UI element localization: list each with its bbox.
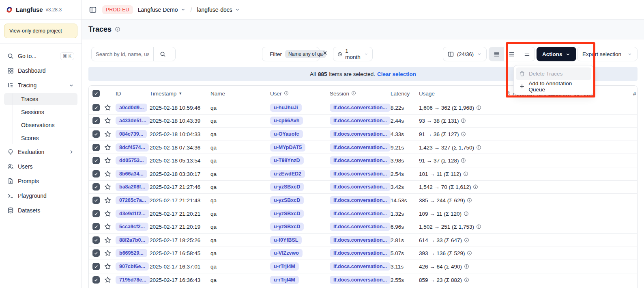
user-badge[interactable]: u-yzSBxcD bbox=[270, 223, 304, 231]
session-badge[interactable]: lf.docs.conversation... bbox=[330, 249, 391, 257]
user-badge[interactable]: u-rTrjI4M bbox=[270, 276, 299, 284]
trace-id-badge[interactable]: d3e9d1f2... bbox=[116, 210, 149, 218]
sidebar-item-sessions[interactable]: Sessions bbox=[4, 106, 77, 118]
sidebar-item-playground[interactable]: Playground bbox=[4, 189, 77, 203]
row-height-medium-button[interactable] bbox=[504, 47, 519, 61]
search-input[interactable] bbox=[92, 51, 153, 57]
session-badge[interactable]: lf.docs.conversation... bbox=[330, 210, 391, 218]
session-badge[interactable]: lf.docs.conversation... bbox=[330, 170, 391, 178]
session-badge[interactable]: lf.docs.conversation... bbox=[330, 236, 391, 244]
trace-id-badge[interactable]: 5cca9cf2... bbox=[116, 223, 148, 231]
user-badge[interactable]: u-huJhuJi bbox=[270, 104, 302, 112]
star-toggle[interactable] bbox=[104, 117, 111, 124]
session-badge[interactable]: lf.docs.conversation... bbox=[330, 183, 391, 191]
project-selector[interactable]: langfuse-docs bbox=[197, 6, 240, 13]
header-usage[interactable]: Usage bbox=[419, 90, 435, 96]
session-badge[interactable]: lf.docs.conversation... bbox=[330, 276, 391, 284]
demo-project-link[interactable]: demo project bbox=[32, 28, 62, 34]
user-badge[interactable]: u-yzSBxcD bbox=[270, 210, 304, 218]
info-icon[interactable] bbox=[467, 197, 472, 203]
user-badge[interactable]: u-yzSBxcD bbox=[270, 196, 304, 204]
header-id[interactable]: ID bbox=[116, 90, 121, 96]
user-badge[interactable]: u-OYauofc bbox=[270, 130, 303, 138]
header-latency[interactable]: Latency bbox=[391, 90, 410, 96]
trace-id-badge[interactable]: 907cbf6e... bbox=[116, 262, 149, 271]
select-all-checkbox[interactable] bbox=[92, 90, 100, 97]
session-badge[interactable]: lf.docs.conversation... bbox=[330, 104, 391, 112]
user-badge[interactable]: u-zEwdED2 bbox=[270, 170, 305, 178]
header-name[interactable]: Name bbox=[210, 90, 225, 96]
row-checkbox[interactable] bbox=[92, 117, 100, 124]
clear-filter-icon[interactable] bbox=[322, 50, 328, 56]
search-submit-button[interactable] bbox=[153, 47, 172, 61]
sidebar-item-users[interactable]: Users bbox=[4, 160, 77, 173]
header-timestamp[interactable]: Timestamp▼ bbox=[150, 90, 182, 96]
star-toggle[interactable] bbox=[104, 210, 111, 217]
star-toggle[interactable] bbox=[104, 223, 111, 230]
user-badge[interactable]: u-MYpDAT5 bbox=[270, 143, 305, 152]
row-checkbox[interactable] bbox=[92, 236, 100, 244]
trace-id-badge[interactable]: 8dcf4574... bbox=[116, 143, 149, 152]
filter-button[interactable]: Filter Name any of qa bbox=[262, 47, 320, 61]
star-toggle[interactable] bbox=[104, 170, 111, 177]
info-icon[interactable] bbox=[476, 105, 481, 110]
info-icon[interactable] bbox=[464, 211, 469, 216]
star-toggle[interactable] bbox=[104, 144, 111, 151]
row-checkbox[interactable] bbox=[92, 170, 100, 178]
row-checkbox[interactable] bbox=[92, 210, 100, 217]
header-session[interactable]: Session bbox=[330, 90, 356, 96]
info-icon[interactable] bbox=[464, 277, 469, 283]
sidebar-item-prompts[interactable]: Prompts bbox=[4, 174, 77, 188]
row-checkbox[interactable] bbox=[92, 157, 100, 164]
info-icon[interactable] bbox=[461, 158, 466, 163]
trace-id-badge[interactable]: a0cd0d9... bbox=[116, 104, 147, 112]
user-badge[interactable]: u-f0YfBSL bbox=[270, 236, 302, 244]
sidebar-item-observations[interactable]: Observations bbox=[4, 119, 77, 131]
sidebar-item-goto[interactable]: Go to... ⌘ K bbox=[4, 49, 77, 63]
sidebar-item-datasets[interactable]: Datasets bbox=[4, 204, 77, 217]
info-icon[interactable] bbox=[476, 224, 481, 230]
trace-id-badge[interactable]: 07265c7a... bbox=[116, 196, 150, 204]
menu-item-add-to-annotation-queue[interactable]: Add to Annotation Queue bbox=[516, 80, 591, 93]
row-checkbox[interactable] bbox=[92, 144, 100, 151]
column-visibility-button[interactable]: (24/36) bbox=[443, 47, 487, 61]
menu-item-delete-traces[interactable]: Delete Traces bbox=[516, 67, 591, 80]
trace-id-badge[interactable]: 88f2a7b0... bbox=[116, 236, 149, 244]
info-icon[interactable] bbox=[461, 131, 466, 136]
row-checkbox[interactable] bbox=[92, 197, 100, 204]
sidebar-item-evaluation[interactable]: Evaluation bbox=[4, 145, 77, 159]
info-icon[interactable] bbox=[473, 184, 478, 190]
info-icon[interactable] bbox=[463, 171, 468, 176]
row-checkbox[interactable] bbox=[92, 263, 100, 270]
trace-id-badge[interactable]: 8b66a34... bbox=[116, 170, 147, 178]
export-selection-button[interactable]: Export selection bbox=[577, 47, 638, 61]
info-icon[interactable] bbox=[115, 26, 120, 32]
star-toggle[interactable] bbox=[104, 184, 111, 191]
org-selector[interactable]: Langfuse Demo bbox=[138, 6, 186, 13]
header-truncated[interactable]: # c bbox=[633, 90, 638, 96]
user-badge[interactable]: u-rTrjI4M bbox=[270, 262, 299, 271]
row-checkbox[interactable] bbox=[92, 130, 100, 138]
trace-id-badge[interactable]: 7195d78e... bbox=[116, 276, 150, 284]
row-height-large-button[interactable] bbox=[519, 47, 535, 61]
row-checkbox[interactable] bbox=[92, 223, 100, 230]
sidebar-item-tracing[interactable]: Tracing bbox=[4, 78, 77, 92]
user-badge[interactable]: u-yzSBxcD bbox=[270, 183, 304, 191]
session-badge[interactable]: lf.docs.conversation... bbox=[330, 130, 391, 138]
user-badge[interactable]: u-cp66Avh bbox=[270, 117, 303, 125]
session-badge[interactable]: lf.docs.conversation... bbox=[330, 143, 391, 152]
clear-selection-link[interactable]: Clear selection bbox=[377, 71, 416, 77]
sidebar-item-traces[interactable]: Traces bbox=[4, 93, 77, 105]
sidebar-item-scores[interactable]: Scores bbox=[4, 132, 77, 144]
user-badge[interactable]: u-VIZzvwo bbox=[270, 249, 303, 257]
trace-id-badge[interactable]: dd05753... bbox=[116, 156, 147, 165]
star-toggle[interactable] bbox=[104, 263, 111, 270]
info-icon[interactable] bbox=[476, 145, 481, 150]
info-icon[interactable] bbox=[464, 264, 469, 269]
sidebar-item-dashboard[interactable]: Dashboard bbox=[4, 64, 77, 78]
time-range-selector[interactable]: 1 month bbox=[333, 47, 373, 61]
row-checkbox[interactable] bbox=[92, 104, 100, 111]
star-toggle[interactable] bbox=[104, 130, 111, 137]
star-toggle[interactable] bbox=[104, 197, 111, 204]
row-checkbox[interactable] bbox=[92, 183, 100, 191]
